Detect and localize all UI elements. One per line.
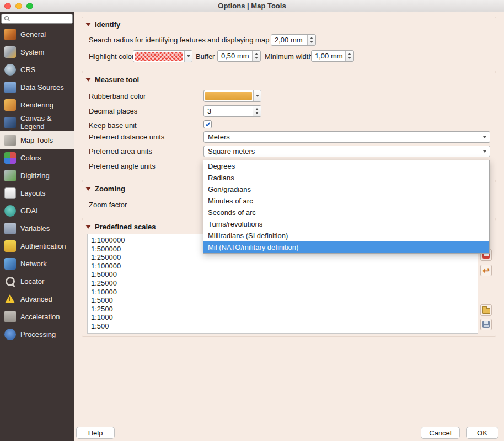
sidebar-item-label: General <box>20 30 46 39</box>
search-input[interactable] <box>12 15 67 23</box>
sidebar-item-label: Authentication <box>20 242 66 250</box>
sidebar-item-variables[interactable]: Variables <box>0 219 74 237</box>
sidebar-item-label: Rendering <box>20 101 53 109</box>
angle-units-label: Preferred angle units <box>89 162 156 170</box>
spinner-buttons[interactable] <box>345 51 353 61</box>
swatch-dropdown-arrow[interactable] <box>184 51 192 62</box>
ok-button[interactable]: OK <box>466 427 498 439</box>
identify-section-header[interactable]: Identify <box>85 20 120 29</box>
sidebar-item-canvas-legend[interactable]: Canvas & Legend <box>0 114 74 131</box>
distance-units-label: Preferred distance units <box>89 133 164 141</box>
sidebar-item-label: Digitizing <box>20 171 50 180</box>
section-title: Zooming <box>95 185 125 193</box>
dropdown-option[interactable]: Milliradians (SI definition) <box>203 230 489 241</box>
export-scales-button[interactable] <box>480 319 492 330</box>
check-icon <box>205 121 210 126</box>
buffer-spinbox[interactable]: 0,50 mm <box>217 50 261 62</box>
scale-item[interactable]: 1:25000 <box>91 279 474 288</box>
keep-base-unit-checkbox[interactable] <box>203 120 212 128</box>
spinner-buttons[interactable] <box>253 106 261 116</box>
spin-down-icon <box>255 57 258 59</box>
spinbox-value: 2,00 mm <box>271 35 307 45</box>
distance-units-combo[interactable]: Meters <box>203 131 490 143</box>
rubberband-color-label: Rubberband color <box>89 92 146 100</box>
scale-item[interactable]: 1:100000 <box>91 262 474 271</box>
collapse-arrow-icon[interactable] <box>85 225 91 229</box>
sidebar-item-colors[interactable]: Colors <box>0 149 74 166</box>
lock-icon <box>4 240 16 252</box>
dropdown-option[interactable]: Gon/gradians <box>203 184 489 195</box>
sidebar-item-advanced[interactable]: Advanced <box>0 290 74 308</box>
sidebar-item-system[interactable]: System <box>0 43 74 61</box>
sidebar-item-map-tools[interactable]: Map Tools <box>0 131 74 149</box>
area-units-combo[interactable]: Square meters <box>203 146 490 157</box>
search-icon <box>4 15 10 22</box>
system-icon <box>4 46 16 58</box>
dropdown-option[interactable]: Degrees <box>203 160 489 172</box>
sidebar-item-acceleration[interactable]: Acceleration <box>0 308 74 325</box>
sidebar-item-authentication[interactable]: Authentication <box>0 237 74 255</box>
restore-defaults-button[interactable]: ↩ <box>480 265 492 276</box>
scale-item[interactable]: 1:5000 <box>91 296 474 305</box>
cancel-button[interactable]: Cancel <box>421 427 460 439</box>
sidebar-search[interactable] <box>1 14 73 24</box>
search-radius-spinbox[interactable]: 2,00 mm <box>271 34 316 46</box>
sidebar-item-label: System <box>20 48 44 56</box>
scale-item[interactable]: 1:500 <box>91 322 474 331</box>
scale-item[interactable]: 1:250000 <box>91 253 474 262</box>
scale-item[interactable]: 1:10000 <box>91 288 474 297</box>
sidebar-item-label: GDAL <box>20 207 40 215</box>
import-scales-button[interactable] <box>480 304 492 316</box>
sidebar-item-data-sources[interactable]: Data Sources <box>0 78 74 96</box>
decimal-places-label: Decimal places <box>89 107 137 115</box>
dropdown-option[interactable]: Radians <box>203 172 489 184</box>
zooming-section-header[interactable]: Zooming <box>85 185 125 193</box>
scales-section-header[interactable]: Predefined scales <box>85 223 156 231</box>
sidebar-item-layouts[interactable]: Layouts <box>0 184 74 202</box>
sidebar-item-rendering[interactable]: Rendering <box>0 96 74 114</box>
collapse-arrow-icon[interactable] <box>85 78 91 82</box>
highlight-color-swatch[interactable] <box>133 50 192 62</box>
sidebar-item-locator[interactable]: Locator <box>0 272 74 290</box>
buffer-label: Buffer <box>196 52 215 61</box>
decimal-places-spinbox[interactable]: 3 <box>203 105 261 117</box>
sidebar-item-label: Network <box>20 260 47 268</box>
network-icon <box>4 258 16 270</box>
identify-section: Identify Search radius for identifying f… <box>82 17 496 72</box>
help-button[interactable]: Help <box>76 427 115 439</box>
dropdown-option[interactable]: Minutes of arc <box>203 195 489 207</box>
digitizing-icon <box>4 170 16 181</box>
spinner-buttons[interactable] <box>252 51 260 61</box>
sidebar-item-digitizing[interactable]: Digitizing <box>0 166 74 184</box>
scale-item[interactable]: 1:2500 <box>91 305 474 314</box>
sidebar-item-processing[interactable]: Processing <box>0 325 74 343</box>
swatch-dropdown-arrow[interactable] <box>253 90 261 101</box>
sidebar-item-crs[interactable]: CRS <box>0 61 74 78</box>
sidebar-item-gdal[interactable]: GDAL <box>0 202 74 219</box>
scale-item[interactable]: 1:50000 <box>91 270 474 279</box>
minimum-width-spinbox[interactable]: 1,00 mm <box>311 50 354 62</box>
sidebar-item-label: Canvas & Legend <box>20 114 74 131</box>
keep-base-unit-label: Keep base unit <box>89 121 137 130</box>
processing-gear-icon <box>4 329 16 340</box>
scale-item[interactable]: 1:1000 <box>91 313 474 322</box>
rubberband-color-swatch[interactable] <box>203 90 261 102</box>
spinner-buttons[interactable] <box>307 35 315 45</box>
sidebar-item-network[interactable]: Network <box>0 255 74 272</box>
search-radius-label: Search radius for identifying features a… <box>89 36 282 44</box>
options-window: Options | Map Tools General System CRS D… <box>0 0 504 441</box>
collapse-arrow-icon[interactable] <box>85 187 91 191</box>
dropdown-option[interactable]: Seconds of arc <box>203 207 489 218</box>
section-title: Identify <box>95 20 120 29</box>
dropdown-option[interactable]: Turns/revolutions <box>203 218 489 230</box>
sidebar-item-general[interactable]: General <box>0 25 74 43</box>
measure-section-header[interactable]: Measure tool <box>85 76 139 84</box>
cancel-button-label: Cancel <box>429 429 451 437</box>
warning-icon <box>4 293 16 305</box>
collapse-arrow-icon[interactable] <box>85 23 91 26</box>
general-icon <box>4 29 16 40</box>
zoom-factor-label: Zoom factor <box>89 201 127 209</box>
dropdown-option-highlighted[interactable]: Mil (NATO/military definition) <box>203 241 489 253</box>
spin-down-icon <box>310 41 313 43</box>
chevron-down-icon <box>187 55 190 57</box>
